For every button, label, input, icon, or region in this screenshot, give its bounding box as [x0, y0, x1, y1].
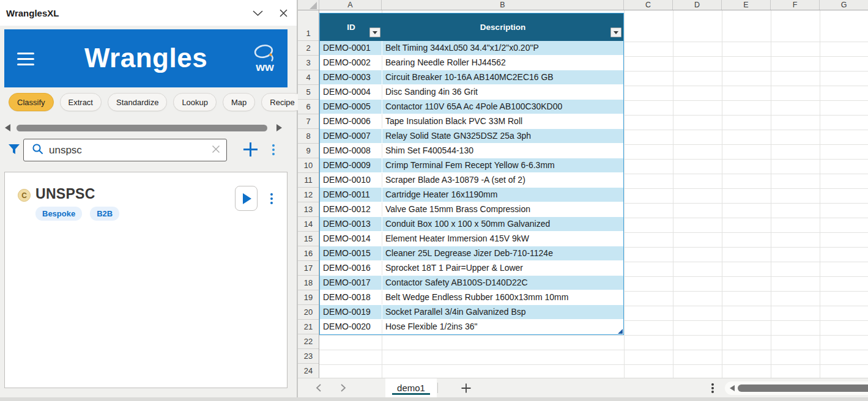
sheet-hscrollbar[interactable]	[725, 381, 868, 395]
cell-id[interactable]: DEMO-0011	[320, 188, 382, 202]
cell-description[interactable]: Belt Wedge Endless Rubber 1600x13mm 10mm	[382, 290, 623, 304]
cell-description[interactable]: Scraper Blade A3-10879 -A (set of 2)	[382, 173, 623, 187]
cell-description[interactable]: Shim Set F400544-130	[382, 144, 623, 158]
cell-description[interactable]: Valve Gate 15mm Brass Compression	[382, 202, 623, 216]
filter-icon[interactable]	[8, 144, 20, 158]
cell-id[interactable]: DEMO-0019	[320, 305, 382, 319]
cell-id[interactable]: DEMO-0012	[320, 202, 382, 216]
sheet-more-icon[interactable]	[711, 383, 714, 386]
filter-dropdown-id-icon[interactable]	[369, 28, 380, 37]
cell-id[interactable]: DEMO-0007	[320, 129, 382, 143]
row-header[interactable]: 2	[298, 41, 319, 56]
cell-description[interactable]: Sprocket 18T 1 Pair=Upper & Lower	[382, 261, 623, 275]
cell-description[interactable]: Circuit Breaker 10-16A AB140MC2EC16 GB	[382, 70, 623, 84]
row-header[interactable]: 1	[298, 10, 319, 41]
row-header[interactable]: 12	[298, 188, 319, 202]
column-header[interactable]: F	[771, 0, 820, 10]
scroll-right-icon[interactable]	[276, 124, 282, 131]
table-header-description-cell[interactable]: Description	[382, 13, 623, 41]
row-header[interactable]: 4	[298, 70, 319, 85]
cell-id[interactable]: DEMO-0002	[320, 56, 382, 70]
cell-id[interactable]: DEMO-0005	[320, 100, 382, 114]
cell-id[interactable]: DEMO-0010	[320, 173, 382, 187]
row-header[interactable]: 14	[298, 217, 319, 232]
row-header[interactable]: 11	[298, 173, 319, 188]
cell-id[interactable]: DEMO-0004	[320, 85, 382, 99]
filter-dropdown-description-icon[interactable]	[610, 28, 621, 37]
cell-description[interactable]: Disc Sanding 4in 36 Grit	[382, 85, 623, 99]
cell-description[interactable]: Hose Flexible 1/2ins 36"	[382, 320, 623, 334]
cell-description[interactable]: Crimp Terminal Fem Recept Yellow 6-6.3mm	[382, 158, 623, 172]
row-header[interactable]: 15	[298, 232, 319, 246]
table-header-id-cell[interactable]: ID	[320, 13, 382, 41]
cell-id[interactable]: DEMO-0014	[320, 232, 382, 246]
cell-id[interactable]: DEMO-0016	[320, 261, 382, 275]
row-header[interactable]: 13	[298, 202, 319, 217]
function-tab[interactable]: Map	[223, 93, 255, 111]
row-header[interactable]: 5	[298, 85, 319, 100]
cell-id[interactable]: DEMO-0013	[320, 217, 382, 231]
cell-id[interactable]: DEMO-0008	[320, 144, 382, 158]
row-header[interactable]: 17	[298, 261, 319, 276]
clear-search-icon[interactable]	[212, 145, 220, 156]
select-all-corner[interactable]	[298, 0, 319, 10]
row-header[interactable]: 20	[298, 305, 319, 320]
next-sheet-icon[interactable]	[339, 383, 347, 395]
row-header[interactable]: 21	[298, 320, 319, 334]
card-more-icon[interactable]	[270, 193, 273, 196]
cell-id[interactable]: DEMO-0001	[320, 41, 382, 55]
column-header[interactable]: G	[820, 0, 868, 10]
function-tab[interactable]: Standardize	[108, 93, 167, 111]
search-more-icon[interactable]	[272, 144, 275, 147]
cell-id[interactable]: DEMO-0006	[320, 114, 382, 128]
search-box[interactable]	[23, 139, 227, 161]
scroll-left-icon[interactable]	[5, 124, 10, 131]
add-button[interactable]	[242, 141, 259, 158]
prev-sheet-icon[interactable]	[315, 383, 322, 395]
collapse-chevron-icon[interactable]	[251, 7, 264, 18]
cell-id[interactable]: DEMO-0017	[320, 276, 382, 290]
cell-description[interactable]: Element Heater Immersion 415V 9kW	[382, 232, 623, 246]
cell-description[interactable]: Contactor 110V 65A Ac 4Pole AB100C30KD00	[382, 100, 623, 114]
pills-scrollbar[interactable]	[0, 123, 287, 133]
column-header[interactable]: B	[382, 0, 624, 10]
function-tab[interactable]: Lookup	[173, 93, 217, 111]
cell-description[interactable]: Relay Solid State GN325DSZ 25a 3ph	[382, 129, 623, 143]
function-tab[interactable]: Classify	[9, 93, 54, 111]
cell-description[interactable]: Socket Parallel 3/4in Galvanized Bsp	[382, 305, 623, 319]
pills-scrollbar-thumb[interactable]	[17, 125, 267, 131]
cell-id[interactable]: DEMO-0018	[320, 290, 382, 304]
cell-id[interactable]: DEMO-0003	[320, 70, 382, 84]
cell-id[interactable]: DEMO-0020	[320, 320, 382, 334]
row-header[interactable]: 23	[298, 349, 319, 364]
cell-description[interactable]: Cleaner 25L Degrease Jizer Deb-710-1124e	[382, 246, 623, 260]
column-header[interactable]: A	[319, 0, 382, 10]
row-header[interactable]: 16	[298, 246, 319, 261]
row-header[interactable]: 8	[298, 129, 319, 144]
grid-canvas[interactable]: ID Description DEMO-0001 Belt Timing 344…	[319, 10, 868, 378]
close-icon[interactable]	[277, 7, 289, 18]
row-header[interactable]: 7	[298, 114, 319, 129]
column-header[interactable]: D	[673, 0, 722, 10]
add-sheet-icon[interactable]	[461, 383, 472, 396]
cell-description[interactable]: Tape Insulation Black PVC 33M Roll	[382, 114, 623, 128]
row-header[interactable]: 18	[298, 276, 319, 290]
hscroll-left-icon[interactable]	[730, 385, 735, 391]
cell-description[interactable]: Conduit Box 100 x 100 x 50mm Galvanized	[382, 217, 623, 231]
row-header[interactable]: 6	[298, 100, 319, 114]
cell-description[interactable]: Contactor Safety AB100S-D140D22C	[382, 276, 623, 290]
row-header[interactable]: 19	[298, 290, 319, 305]
row-header[interactable]: 3	[298, 56, 319, 70]
row-header[interactable]: 10	[298, 158, 319, 173]
function-tab[interactable]: Extract	[60, 93, 102, 111]
cell-description[interactable]: Bearing Needle Roller HJ44562	[382, 56, 623, 70]
cell-id[interactable]: DEMO-0015	[320, 246, 382, 260]
column-header[interactable]: C	[624, 0, 673, 10]
search-input[interactable]	[49, 144, 206, 156]
sheet-tab-demo1[interactable]: demo1	[385, 378, 437, 397]
cell-id[interactable]: DEMO-0009	[320, 158, 382, 172]
column-header[interactable]: E	[722, 0, 771, 10]
cell-description[interactable]: Cartridge Heater 16x1190mm	[382, 188, 623, 202]
cell-description[interactable]: Belt Timing 344xL050 34.4"x1/2"x0.20"P	[382, 41, 623, 55]
row-header[interactable]: 22	[298, 334, 319, 349]
